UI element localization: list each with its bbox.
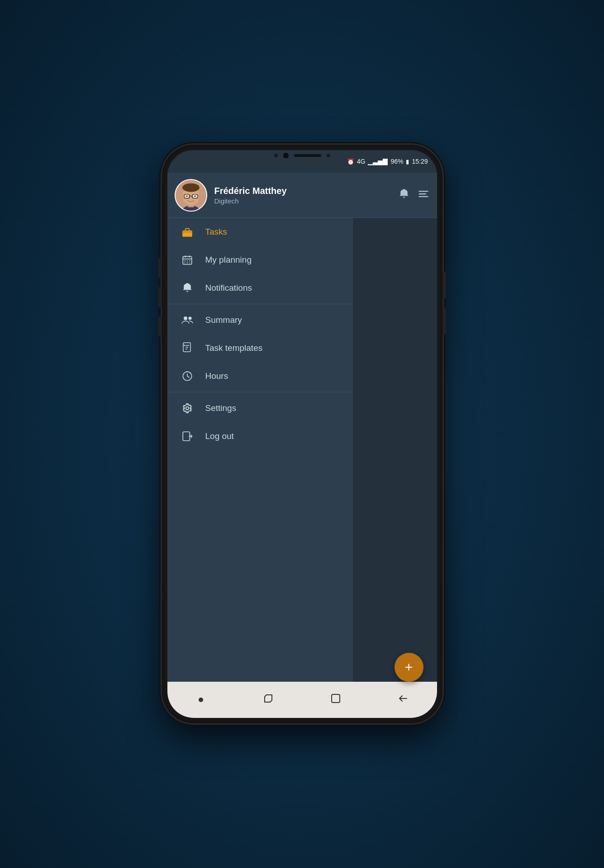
settings-label: Settings (205, 403, 237, 413)
fab-add-button[interactable]: + (395, 653, 423, 682)
svg-rect-18 (182, 231, 192, 232)
front-camera-left (274, 154, 278, 157)
notifications-label: Notifications (205, 283, 252, 293)
alarm-icon: ⏰ (347, 158, 354, 165)
svg-rect-40 (183, 432, 190, 441)
svg-point-39 (185, 407, 189, 410)
front-camera-main (283, 153, 289, 158)
clock: 15:29 (412, 158, 428, 165)
bottom-nav (167, 682, 437, 718)
app-header: Frédéric Matthey Digitech (167, 173, 437, 218)
sidebar-item-summary[interactable]: Summary (167, 306, 353, 334)
menu-icon[interactable] (417, 188, 430, 203)
svg-point-10 (186, 195, 188, 197)
divider-1 (167, 304, 353, 304)
user-info: Frédéric Matthey Digitech (214, 186, 398, 205)
tasks-label: Tasks (205, 227, 228, 237)
svg-point-12 (181, 194, 184, 199)
phone-screen: ⏰ 4G ▁▃▅▇ 96% ▮ 15:29 (167, 150, 437, 718)
summary-label: Summary (205, 315, 242, 325)
svg-point-23 (184, 260, 185, 261)
nav-recents-button[interactable] (257, 689, 280, 711)
calendar-icon (178, 254, 196, 266)
svg-point-24 (186, 260, 187, 261)
svg-point-30 (188, 317, 191, 320)
nav-back-button[interactable] (392, 689, 414, 711)
back-arrow-icon (398, 693, 409, 707)
sidebar-item-tasks[interactable]: Tasks (167, 218, 353, 246)
battery-percent: 96% (390, 158, 403, 165)
battery-icon: ▮ (406, 158, 409, 165)
clock-icon (178, 370, 196, 382)
svg-point-26 (184, 262, 185, 263)
svg-line-37 (190, 372, 190, 373)
bell-icon[interactable] (398, 188, 410, 203)
square-icon (331, 693, 341, 706)
sidebar-item-settings[interactable]: Settings (167, 394, 353, 422)
divider-2 (167, 392, 353, 392)
svg-rect-36 (186, 371, 188, 372)
network-type: 4G (357, 158, 366, 165)
svg-point-13 (198, 194, 201, 199)
sensor-dot (327, 154, 330, 157)
svg-point-4 (182, 183, 200, 192)
svg-rect-41 (332, 694, 340, 703)
header-icons (398, 188, 430, 203)
document-icon (178, 342, 196, 354)
phone-device: ⏰ 4G ▁▃▅▇ 96% ▮ 15:29 (162, 145, 442, 723)
sidebar-item-my-planning[interactable]: My planning (167, 246, 353, 274)
user-name: Frédéric Matthey (214, 186, 398, 196)
user-company: Digitech (214, 197, 398, 205)
signal-bars: ▁▃▅▇ (368, 158, 388, 165)
svg-point-11 (194, 195, 196, 197)
svg-point-32 (184, 345, 185, 346)
settings-icon (178, 402, 196, 414)
svg-rect-16 (419, 196, 428, 197)
briefcase-icon (178, 226, 196, 238)
menu-container: Tasks (167, 218, 437, 682)
svg-rect-15 (419, 193, 426, 194)
bell-menu-icon (178, 282, 196, 294)
fab-container: + (395, 653, 423, 682)
logout-icon (178, 430, 196, 442)
phone-notch (274, 153, 330, 158)
svg-rect-17 (182, 231, 192, 237)
avatar (175, 179, 207, 212)
status-bar-right: ⏰ 4G ▁▃▅▇ 96% ▮ 15:29 (347, 158, 428, 165)
home-dot-icon (199, 698, 203, 702)
plus-icon: + (405, 660, 413, 674)
recents-icon (263, 693, 274, 707)
menu-panel: Tasks (167, 218, 353, 682)
earpiece-speaker (294, 154, 321, 157)
svg-line-35 (187, 376, 189, 377)
sidebar-item-hours[interactable]: Hours (167, 362, 353, 390)
svg-point-27 (186, 262, 187, 263)
log-out-label: Log out (205, 431, 234, 441)
content-overlay (353, 218, 437, 682)
nav-home-button[interactable] (190, 689, 212, 711)
sidebar-item-notifications[interactable]: Notifications (167, 274, 353, 302)
svg-point-25 (189, 260, 190, 261)
sidebar-item-task-templates[interactable]: Task templates (167, 334, 353, 362)
svg-point-29 (184, 316, 187, 320)
users-icon (178, 314, 196, 326)
nav-overview-button[interactable] (324, 689, 347, 711)
hours-label: Hours (205, 371, 228, 381)
sidebar-item-log-out[interactable]: Log out (167, 422, 353, 450)
svg-point-28 (189, 262, 190, 263)
my-planning-label: My planning (205, 255, 252, 265)
task-templates-label: Task templates (205, 343, 263, 353)
svg-rect-14 (419, 191, 428, 192)
